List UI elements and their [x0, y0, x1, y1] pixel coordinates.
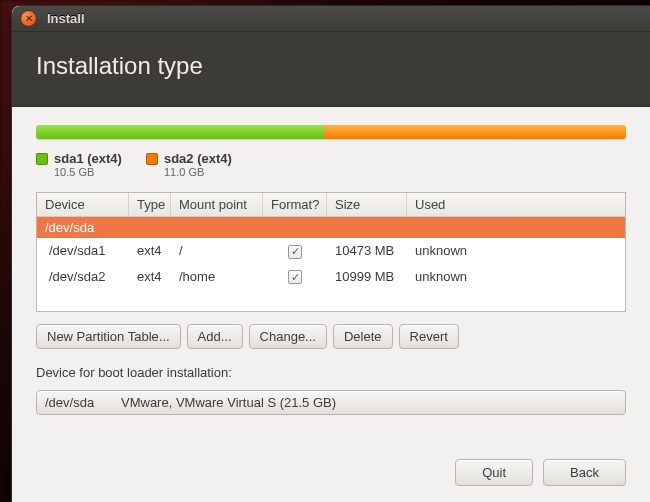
usage-segment-sda1	[36, 125, 324, 139]
cell-size: 10999 MB	[327, 267, 407, 287]
square-icon	[146, 153, 158, 165]
table-row[interactable]: /dev/sda2 ext4 /home ✓ 10999 MB unknown	[37, 264, 625, 290]
legend-size: 10.5 GB	[54, 166, 122, 178]
cell-format: ✓	[263, 267, 327, 287]
delete-button[interactable]: Delete	[333, 324, 393, 349]
col-mount[interactable]: Mount point	[171, 193, 263, 216]
cell-mount: /	[171, 241, 263, 261]
quit-button[interactable]: Quit	[455, 459, 533, 486]
cell-format: ✓	[263, 241, 327, 261]
cell-mount: /home	[171, 267, 263, 287]
bootloader-desc: VMware, VMware Virtual S (21.5 GB)	[121, 395, 336, 410]
legend-item-sda2: sda2 (ext4) 11.0 GB	[146, 151, 232, 178]
col-size[interactable]: Size	[327, 193, 407, 216]
checkbox-checked-icon[interactable]: ✓	[288, 270, 302, 284]
footer: Quit Back	[12, 449, 650, 502]
partition-usage-bar	[36, 125, 626, 139]
back-button[interactable]: Back	[543, 459, 626, 486]
cell-type: ext4	[129, 241, 171, 261]
window-title: Install	[47, 11, 85, 26]
add-button[interactable]: Add...	[187, 324, 243, 349]
revert-button[interactable]: Revert	[399, 324, 459, 349]
close-icon[interactable]: ✕	[20, 10, 37, 27]
legend-name: sda1 (ext4)	[54, 151, 122, 166]
bootloader-device: /dev/sda	[45, 395, 111, 410]
partition-legend: sda1 (ext4) 10.5 GB sda2 (ext4) 11.0 GB	[36, 151, 626, 178]
legend-size: 11.0 GB	[164, 166, 232, 178]
square-icon	[36, 153, 48, 165]
partition-table: Device Type Mount point Format? Size Use…	[36, 192, 626, 312]
usage-segment-sda2	[324, 125, 626, 139]
legend-name: sda2 (ext4)	[164, 151, 232, 166]
cell-device: /dev/sda2	[37, 267, 129, 287]
cell-device: /dev/sda1	[37, 241, 129, 261]
cell-type: ext4	[129, 267, 171, 287]
page-title: Installation type	[36, 52, 626, 80]
partition-toolbar: New Partition Table... Add... Change... …	[36, 324, 626, 349]
install-window: ✕ Install Installation type sda1 (ext4) …	[11, 5, 650, 502]
new-partition-table-button[interactable]: New Partition Table...	[36, 324, 181, 349]
disk-row[interactable]: /dev/sda	[37, 217, 625, 238]
cell-used: unknown	[407, 267, 625, 287]
checkbox-checked-icon[interactable]: ✓	[288, 245, 302, 259]
col-format[interactable]: Format?	[263, 193, 327, 216]
table-header: Device Type Mount point Format? Size Use…	[37, 193, 625, 217]
col-device[interactable]: Device	[37, 193, 129, 216]
table-row[interactable]: /dev/sda1 ext4 / ✓ 10473 MB unknown	[37, 238, 625, 264]
change-button[interactable]: Change...	[249, 324, 327, 349]
header: Installation type	[12, 32, 650, 107]
cell-used: unknown	[407, 241, 625, 261]
bootloader-device-select[interactable]: /dev/sda VMware, VMware Virtual S (21.5 …	[36, 390, 626, 415]
titlebar[interactable]: ✕ Install	[12, 6, 650, 32]
col-used[interactable]: Used	[407, 193, 625, 216]
cell-size: 10473 MB	[327, 241, 407, 261]
bootloader-label: Device for boot loader installation:	[36, 365, 626, 380]
legend-item-sda1: sda1 (ext4) 10.5 GB	[36, 151, 122, 178]
col-type[interactable]: Type	[129, 193, 171, 216]
